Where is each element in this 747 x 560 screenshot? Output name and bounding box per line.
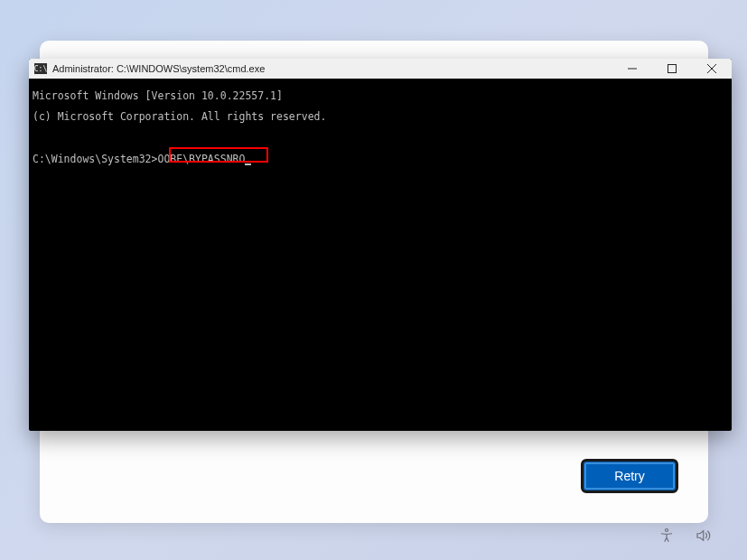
- command-prompt-window: C:\ Administrator: C:\WINDOWS\system32\c…: [29, 59, 732, 431]
- retry-button[interactable]: Retry: [581, 459, 678, 493]
- cmd-output-line: (c) Microsoft Corporation. All rights re…: [33, 112, 728, 123]
- cmd-icon: C:\: [34, 63, 47, 74]
- svg-point-0: [666, 529, 668, 532]
- minimize-button[interactable]: [612, 59, 652, 79]
- minimize-icon: [628, 64, 637, 73]
- cmd-output-line: Microsoft Windows [Version 10.0.22557.1]: [33, 91, 728, 102]
- cmd-title-text: Administrator: C:\WINDOWS\system32\cmd.e…: [52, 63, 265, 74]
- close-button[interactable]: [692, 59, 732, 79]
- cmd-cursor: [245, 163, 251, 165]
- cmd-blank-line: [33, 134, 728, 145]
- close-icon: [707, 64, 716, 73]
- volume-icon[interactable]: [695, 527, 711, 544]
- maximize-button[interactable]: [652, 59, 692, 79]
- cmd-prompt-line: C:\Windows\System32>OOBE\BYPASSNRO: [33, 154, 251, 165]
- accessibility-icon[interactable]: [658, 527, 675, 544]
- maximize-icon: [668, 64, 677, 73]
- svg-rect-1: [668, 65, 677, 73]
- cmd-titlebar[interactable]: C:\ Administrator: C:\WINDOWS\system32\c…: [29, 59, 732, 79]
- cmd-command-input[interactable]: OOBE\BYPASSNRO: [157, 153, 245, 165]
- cmd-window-controls: [612, 59, 732, 79]
- cmd-output-area[interactable]: Microsoft Windows [Version 10.0.22557.1]…: [29, 79, 732, 177]
- taskbar-tray: [658, 527, 711, 544]
- cmd-prompt: C:\Windows\System32>: [33, 153, 157, 165]
